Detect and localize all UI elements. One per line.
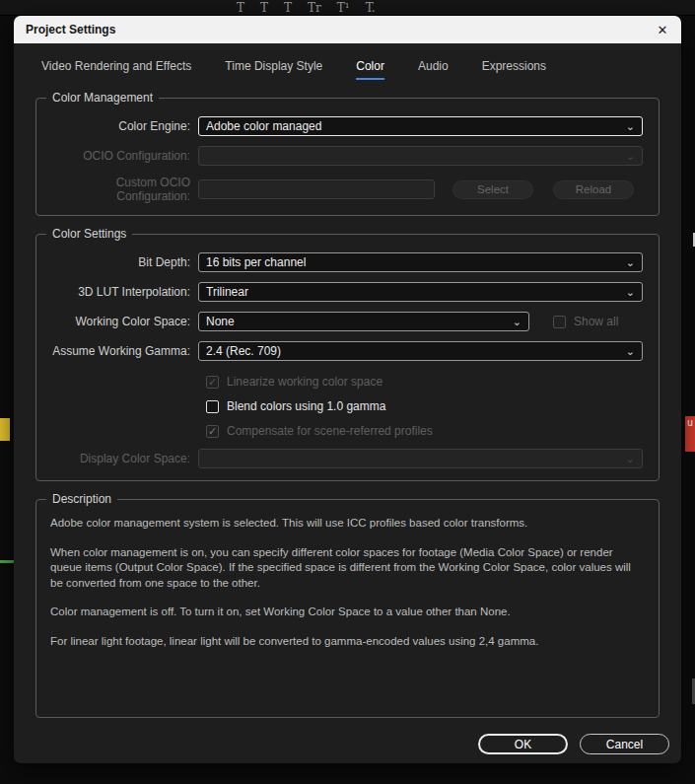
blend-gamma-row: Blend colors using 1.0 gamma [206,399,643,413]
blend-gamma-checkbox[interactable] [206,400,219,413]
working-space-value: None [206,315,235,328]
tab-color[interactable]: Color [356,59,384,80]
display-space-label: Display Color Space: [48,452,198,465]
blend-gamma-label: Blend colors using 1.0 gamma [227,399,385,413]
lut-interpolation-row: 3D LUT Interpolation: Trilinear ⌄ [48,282,643,302]
ocio-config-label: OCIO Configuration: [48,149,198,163]
color-management-group: Color Management Color Engine: Adobe col… [35,98,660,216]
tab-video-rendering[interactable]: Video Rendering and Effects [41,59,191,80]
dialog-footer: OK Cancel [14,734,681,763]
description-paragraph: Adobe color management system is selecte… [50,516,639,532]
bit-depth-value: 16 bits per channel [206,255,306,269]
dialog-body: Video Rendering and Effects Time Display… [14,43,681,763]
background-red-fragment: u [685,416,695,452]
check-icon: ✓ [208,377,217,388]
color-settings-group: Color Settings Bit Depth: 16 bits per ch… [35,234,660,481]
color-engine-label: Color Engine: [48,119,198,133]
show-all-control: Show all [553,315,618,328]
chevron-down-icon: ⌄ [513,317,521,327]
compensate-checkbox: ✓ [206,425,219,438]
color-engine-dropdown[interactable]: Adobe color managed ⌄ [198,116,643,136]
custom-ocio-row: Custom OCIO Configuration: Select Reload [48,176,643,203]
compensate-row: ✓ Compensate for scene-referred profiles [206,424,643,438]
working-gamma-row: Assume Working Gamma: 2.4 (Rec. 709) ⌄ [48,341,643,361]
linearize-row: ✓ Linearize working color space [206,375,643,389]
group-title: Description [46,492,117,506]
background-yellow-fragment [0,418,10,441]
type-tool-icon: T [284,1,292,15]
select-button: Select [452,180,533,199]
dialog-titlebar[interactable]: Project Settings ✕ [14,16,681,43]
type-tool-icon: Tr [308,1,321,15]
working-gamma-value: 2.4 (Rec. 709) [206,344,281,358]
color-engine-row: Color Engine: Adobe color managed ⌄ [48,116,643,136]
project-settings-dialog: Project Settings ✕ Video Rendering and E… [14,16,681,763]
display-space-dropdown: ⌄ [198,449,643,468]
type-tool-icon: T. [366,1,376,15]
description-paragraph: Color management is off. To turn it on, … [50,605,639,620]
background-toolbar: T T T Tr T¹ T. [0,0,695,16]
linearize-label: Linearize working color space [227,375,382,389]
check-icon: ✓ [208,426,217,437]
chevron-down-icon: ⌄ [626,121,635,132]
lut-interpolation-value: Trilinear [206,285,248,299]
reload-button: Reload [553,180,634,199]
chevron-down-icon: ⌄ [626,287,635,298]
group-title: Color Management [46,91,159,105]
working-space-row: Working Color Space: None ⌄ Show all [48,312,643,331]
dialog-title: Project Settings [26,23,115,36]
ocio-config-dropdown: ⌄ [198,146,643,166]
lut-interpolation-label: 3D LUT Interpolation: [48,285,198,299]
ocio-config-row: OCIO Configuration: ⌄ [48,146,643,166]
working-space-dropdown[interactable]: None ⌄ [198,312,529,331]
group-title: Color Settings [46,227,132,241]
working-gamma-dropdown[interactable]: 2.4 (Rec. 709) ⌄ [198,341,643,361]
bit-depth-dropdown[interactable]: 16 bits per channel ⌄ [198,252,643,272]
lut-interpolation-dropdown[interactable]: Trilinear ⌄ [198,282,643,302]
chevron-down-icon: ⌄ [626,151,635,162]
working-gamma-label: Assume Working Gamma: [48,344,198,358]
compensate-label: Compensate for scene-referred profiles [227,424,433,438]
ok-button[interactable]: OK [478,734,568,754]
tab-time-display[interactable]: Time Display Style [225,59,322,80]
chevron-down-icon: ⌄ [626,346,635,357]
type-tool-icon: T [237,1,244,15]
show-all-checkbox [553,316,566,328]
background-green-fragment [0,560,14,563]
cancel-button[interactable]: Cancel [580,734,669,754]
color-engine-value: Adobe color managed [206,119,321,133]
chevron-down-icon: ⌄ [626,257,635,268]
custom-ocio-label: Custom OCIO Configuration: [48,176,198,203]
close-icon[interactable]: ✕ [652,19,673,40]
tab-bar: Video Rendering and Effects Time Display… [41,59,681,80]
type-tool-icon: T¹ [337,1,350,15]
tab-audio[interactable]: Audio [418,59,449,80]
type-tool-icon: T [260,1,268,15]
bit-depth-label: Bit Depth: [48,255,198,269]
linearize-checkbox: ✓ [206,376,219,389]
tab-expressions[interactable]: Expressions [482,59,546,80]
custom-ocio-field [198,179,435,199]
description-group: Description Adobe color management syste… [35,499,660,718]
chevron-down-icon: ⌄ [626,454,635,464]
description-paragraph: For linear light footage, linear light w… [50,634,639,650]
show-all-label: Show all [574,315,618,328]
working-space-label: Working Color Space: [48,315,198,328]
display-space-row: Display Color Space: ⌄ [48,449,643,468]
bit-depth-row: Bit Depth: 16 bits per channel ⌄ [48,252,643,272]
description-paragraph: When color management is on, you can spe… [50,545,639,592]
